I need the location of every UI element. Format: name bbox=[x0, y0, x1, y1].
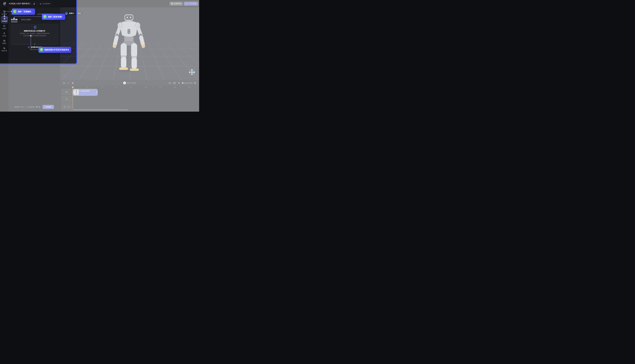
sidebar-item-label: 音频库 bbox=[2, 42, 6, 44]
gizmo-y-label: Y bbox=[191, 72, 192, 73]
undo-button[interactable] bbox=[62, 81, 66, 84]
tutorial-dot-tab bbox=[14, 18, 15, 19]
timeline-clip-walk[interactable]: 超帅走路姿势 bbox=[73, 89, 98, 96]
sidebar-item-my-tasks[interactable]: 我的任务 bbox=[0, 46, 9, 53]
ruler-label: 14f bbox=[173, 87, 177, 88]
timeline-zoom-slider[interactable] bbox=[182, 83, 192, 83]
clip-trim-handle-right[interactable] bbox=[97, 92, 97, 93]
file-save-status[interactable]: 文件未保存 bbox=[38, 2, 52, 6]
time-display: 00:00 / 00:30 bbox=[127, 82, 136, 84]
tab-add-audio[interactable]: 添加音频 bbox=[11, 18, 18, 22]
ruler-label: 4f bbox=[100, 87, 104, 88]
delete-clip-button[interactable] bbox=[71, 81, 74, 84]
fit-timeline-button[interactable] bbox=[173, 81, 176, 84]
robot-name: 灵犀X2 bbox=[69, 12, 74, 14]
gizmo-neg-x bbox=[189, 72, 190, 73]
gizmo-z-label: Z bbox=[192, 70, 192, 71]
sidebar-item-motion-library[interactable]: 动作库 bbox=[0, 31, 9, 38]
gizmo-neg-z bbox=[191, 74, 193, 75]
robot-edition: 青春版 bbox=[76, 12, 81, 14]
tutorial-connector bbox=[14, 16, 42, 17]
tutorial-connector bbox=[5, 11, 12, 12]
tutorial-step-2[interactable]: 2 选择【添加音频】 bbox=[42, 14, 65, 20]
footer-divider: | bbox=[25, 106, 25, 108]
person-icon bbox=[3, 32, 6, 34]
sparkles-icon bbox=[3, 18, 6, 20]
zoom-slider-knob[interactable] bbox=[182, 82, 183, 84]
runner-icon bbox=[79, 90, 81, 92]
robot-viewport[interactable]: 灵犀X2 | 青春版 Z X Y bbox=[60, 7, 199, 80]
track-motion[interactable] bbox=[61, 96, 72, 102]
audio-arrange-panel: 音频编排 通 动作和表情的音频编排素材 添加音频 使用合成素材 拖拽至此或点击上… bbox=[9, 7, 60, 112]
tab-use-synth-material[interactable]: 使用合成素材 bbox=[21, 18, 31, 22]
timeline-scrollbar[interactable] bbox=[73, 109, 128, 110]
clip-thumbnail bbox=[74, 90, 79, 95]
robot-model bbox=[112, 12, 146, 72]
axis-gizmo[interactable]: Z X Y bbox=[189, 69, 195, 75]
play-button[interactable] bbox=[123, 81, 126, 84]
clip-trim-handle-left[interactable] bbox=[73, 92, 74, 93]
ruler-tick bbox=[95, 86, 95, 88]
synthesize-save-button[interactable]: 合成并保存 bbox=[169, 2, 183, 6]
credit-gem-icon bbox=[36, 106, 38, 108]
sidebar-item-audio-arrange[interactable]: 音频编排 bbox=[1, 16, 8, 24]
ruler-tick bbox=[196, 86, 197, 88]
ruler-label: 2f bbox=[85, 87, 89, 88]
synthesize-save-label: 合成并保存 bbox=[174, 2, 181, 5]
gizmo-x-label: X bbox=[194, 72, 194, 73]
sidebar-item-label: 我的任务 bbox=[2, 50, 7, 52]
redo-button[interactable] bbox=[67, 81, 70, 84]
motion-track-icon bbox=[66, 98, 68, 100]
ruler-label: 10f bbox=[144, 87, 148, 88]
track-audio[interactable] bbox=[61, 103, 72, 110]
pencil-icon bbox=[33, 3, 35, 4]
sidebar-item-label: 音频编排 bbox=[2, 20, 7, 22]
save-icon bbox=[171, 3, 173, 4]
microphone-icon bbox=[28, 46, 30, 48]
deploy-device-label: 下发到设备 bbox=[188, 2, 196, 5]
audio-upload-dropzone[interactable]: 拖拽至此或点击上传音频文件 支持mp3、wav、Flac格式，音频长度不超过5分… bbox=[11, 24, 58, 45]
credits-cost: 本次消耗积分 10 bbox=[27, 106, 40, 108]
tutorial-step-3[interactable]: 3 拖拽音频文件至此区域或单击 bbox=[39, 47, 71, 53]
rename-button[interactable] bbox=[32, 2, 37, 6]
credits-cost-value: 10 bbox=[39, 106, 40, 108]
upload-title: 拖拽至此或点击上传音频文件 bbox=[11, 30, 58, 32]
credits-remaining-value: 300 bbox=[21, 106, 23, 108]
music-library-icon bbox=[3, 40, 6, 42]
cloud-icon bbox=[40, 3, 42, 4]
tutorial-connector bbox=[4, 12, 5, 16]
task-list-icon bbox=[3, 47, 6, 49]
top-bar: A1机器人动作-我的项目1 文件未保存 合成并保存 下发到设备 bbox=[0, 0, 199, 7]
tutorial-connector bbox=[31, 50, 39, 50]
ruler-label: 16f bbox=[187, 87, 191, 88]
tutorial-step-1[interactable]: 1 选择「音频编排」 bbox=[12, 8, 35, 15]
ruler-tick bbox=[124, 86, 124, 88]
tutorial-connector bbox=[31, 36, 31, 50]
or-label: 或 bbox=[34, 43, 35, 45]
timeline-view-toggle[interactable] bbox=[168, 81, 171, 84]
ruler-label: 6f bbox=[115, 87, 118, 88]
robot-model-chip[interactable]: 灵犀X2 | 青春版 bbox=[64, 12, 83, 15]
app-root: A1机器人动作-我的项目1 文件未保存 合成并保存 下发到设备 bbox=[0, 0, 199, 112]
tutorial-dot-sidebar bbox=[4, 16, 5, 17]
step-number-badge: 1 bbox=[13, 10, 17, 13]
ruler-tick bbox=[109, 86, 109, 88]
sidebar-item-label: 动作库 bbox=[2, 35, 6, 37]
sidebar-item-audio-library[interactable]: 音频库 bbox=[0, 39, 9, 45]
track-expression[interactable] bbox=[61, 89, 72, 96]
zoom-out-button[interactable] bbox=[177, 81, 181, 84]
zoom-in-button[interactable] bbox=[193, 81, 197, 84]
or-divider: 或 bbox=[13, 43, 56, 45]
start-arrange-button[interactable]: 开始编排 bbox=[43, 105, 54, 109]
app-logo-icon bbox=[3, 2, 6, 5]
timeline-controls-bar: 00:00 / 00:30 bbox=[60, 80, 199, 86]
sidebar-item-expression-library[interactable]: 表情库 bbox=[0, 24, 9, 30]
step-label: 拖拽音频文件至此区域或单击 bbox=[45, 48, 69, 51]
volume-icon[interactable] bbox=[68, 106, 70, 108]
credits-remaining: 剩余积分 300 bbox=[15, 106, 23, 108]
robot-download-icon bbox=[186, 3, 188, 4]
step-number-badge: 2 bbox=[43, 15, 47, 18]
panel-tabs: 添加音频 使用合成素材 bbox=[11, 18, 31, 22]
clip-label: 超帅走路姿势 bbox=[81, 90, 90, 92]
deploy-device-button[interactable]: 下发到设备 bbox=[184, 2, 198, 6]
